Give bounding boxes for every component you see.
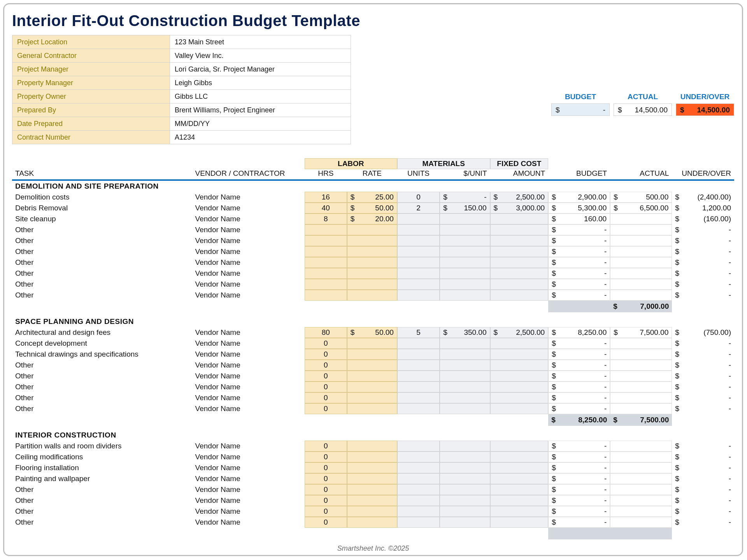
units-cell[interactable] [397,506,440,517]
rate-cell[interactable] [347,473,397,484]
task-cell[interactable]: Other [12,268,192,279]
units-cell[interactable]: 5 [397,327,440,338]
info-value[interactable]: MM/DD/YY [170,117,351,131]
vendor-cell[interactable]: Vendor Name [192,382,305,392]
vendor-cell[interactable]: Vendor Name [192,290,305,301]
per-cell[interactable] [440,392,490,403]
rate-cell[interactable] [347,484,397,495]
units-cell[interactable] [397,452,440,462]
task-cell[interactable]: Other [12,484,192,495]
task-cell[interactable]: Other [12,224,192,235]
per-cell[interactable] [440,290,490,301]
amount-cell[interactable]: $2,500.00 [490,327,549,338]
amount-cell[interactable] [490,495,549,506]
hrs-cell[interactable]: 0 [305,392,347,403]
amount-cell[interactable]: $3,000.00 [490,203,549,214]
task-cell[interactable]: Partition walls and room dividers [12,441,192,452]
amount-cell[interactable] [490,246,549,257]
amount-cell[interactable] [490,441,549,452]
vendor-cell[interactable]: Vendor Name [192,495,305,506]
per-cell[interactable]: $350.00 [440,327,490,338]
rate-cell[interactable]: $25.00 [347,192,397,203]
vendor-cell[interactable]: Vendor Name [192,268,305,279]
amount-cell[interactable] [490,360,549,371]
per-cell[interactable] [440,506,490,517]
money-cell[interactable] [610,452,672,462]
units-cell[interactable]: 0 [397,192,440,203]
rate-cell[interactable] [347,517,397,528]
rate-cell[interactable] [347,441,397,452]
hrs-cell[interactable]: 0 [305,473,347,484]
units-cell[interactable] [397,214,440,224]
rate-cell[interactable]: $50.00 [347,327,397,338]
info-value[interactable]: Lori Garcia, Sr. Project Manager [170,63,351,76]
hrs-cell[interactable] [305,279,347,290]
amount-cell[interactable] [490,257,549,268]
money-cell[interactable]: $6,500.00 [610,203,672,214]
hrs-cell[interactable] [305,290,347,301]
units-cell[interactable] [397,279,440,290]
task-cell[interactable]: Other [12,517,192,528]
info-value[interactable]: Brent Williams, Project Engineer [170,103,351,117]
summary-budget-cell[interactable]: $- [551,103,610,116]
info-value[interactable]: Leigh Gibbs [170,76,351,90]
task-cell[interactable]: Concept development [12,338,192,349]
vendor-cell[interactable]: Vendor Name [192,257,305,268]
hrs-cell[interactable] [305,224,347,235]
money-cell[interactable] [610,235,672,246]
vendor-cell[interactable]: Vendor Name [192,462,305,473]
info-value[interactable]: A1234 [170,131,351,144]
per-cell[interactable] [440,462,490,473]
per-cell[interactable] [440,268,490,279]
vendor-cell[interactable]: Vendor Name [192,349,305,360]
per-cell[interactable] [440,338,490,349]
vendor-cell[interactable]: Vendor Name [192,452,305,462]
per-cell[interactable] [440,403,490,414]
hrs-cell[interactable]: 0 [305,517,347,528]
per-cell[interactable] [440,371,490,382]
hrs-cell[interactable] [305,235,347,246]
amount-cell[interactable] [490,279,549,290]
rate-cell[interactable] [347,360,397,371]
task-cell[interactable]: Other [12,495,192,506]
units-cell[interactable] [397,484,440,495]
units-cell[interactable] [397,246,440,257]
vendor-cell[interactable]: Vendor Name [192,484,305,495]
hrs-cell[interactable] [305,268,347,279]
vendor-cell[interactable]: Vendor Name [192,214,305,224]
units-cell[interactable] [397,290,440,301]
info-value[interactable]: Valley View Inc. [170,49,351,63]
money-cell[interactable] [610,495,672,506]
rate-cell[interactable] [347,462,397,473]
hrs-cell[interactable]: 0 [305,371,347,382]
money-cell[interactable] [610,371,672,382]
amount-cell[interactable] [490,403,549,414]
task-cell[interactable]: Painting and wallpaper [12,473,192,484]
hrs-cell[interactable]: 8 [305,214,347,224]
vendor-cell[interactable]: Vendor Name [192,473,305,484]
vendor-cell[interactable]: Vendor Name [192,441,305,452]
units-cell[interactable] [397,235,440,246]
vendor-cell[interactable]: Vendor Name [192,327,305,338]
amount-cell[interactable] [490,214,549,224]
hrs-cell[interactable]: 0 [305,360,347,371]
units-cell[interactable] [397,360,440,371]
per-cell[interactable] [440,246,490,257]
amount-cell[interactable] [490,235,549,246]
units-cell[interactable] [397,441,440,452]
rate-cell[interactable] [347,382,397,392]
amount-cell[interactable] [490,484,549,495]
vendor-cell[interactable]: Vendor Name [192,517,305,528]
rate-cell[interactable] [347,349,397,360]
amount-cell[interactable] [490,224,549,235]
hrs-cell[interactable]: 0 [305,506,347,517]
money-cell[interactable] [610,506,672,517]
rate-cell[interactable] [347,392,397,403]
amount-cell[interactable] [490,462,549,473]
rate-cell[interactable] [347,257,397,268]
summary-actual-cell[interactable]: $14,500.00 [614,103,672,116]
hrs-cell[interactable]: 16 [305,192,347,203]
money-cell[interactable] [610,279,672,290]
hrs-cell[interactable]: 0 [305,441,347,452]
task-cell[interactable]: Debris Removal [12,203,192,214]
